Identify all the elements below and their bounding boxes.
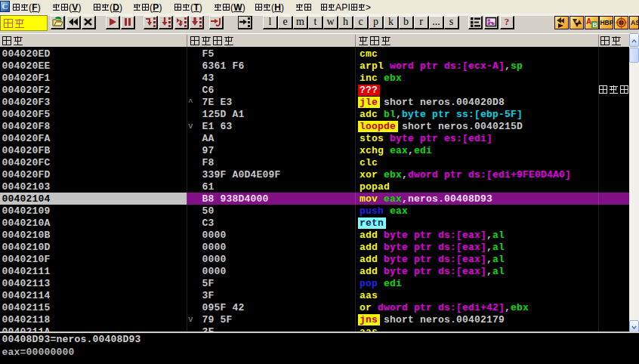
- svg-text:B: B: [592, 21, 597, 29]
- svg-text:A: A: [586, 17, 591, 26]
